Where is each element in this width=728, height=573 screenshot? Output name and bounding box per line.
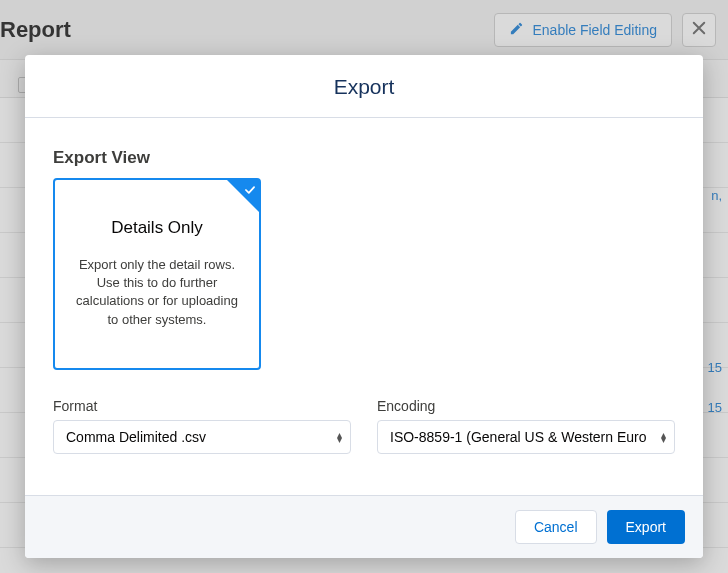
modal-header: Export	[25, 55, 703, 118]
format-field: Format Comma Delimited .csv ▴▾	[53, 398, 351, 454]
selected-corner	[227, 180, 259, 212]
modal-title: Export	[25, 75, 703, 99]
format-value: Comma Delimited .csv	[66, 429, 206, 445]
encoding-value: ISO-8859-1 (General US & Western Euro	[390, 429, 647, 445]
modal-body: Export View Details Only Export only the…	[25, 118, 703, 495]
export-view-label: Export View	[53, 148, 675, 168]
stepper-icon: ▴▾	[661, 432, 666, 442]
encoding-field: Encoding ISO-8859-1 (General US & Wester…	[377, 398, 675, 454]
format-label: Format	[53, 398, 351, 414]
export-button[interactable]: Export	[607, 510, 685, 544]
stepper-icon: ▴▾	[337, 432, 342, 442]
option-title: Details Only	[69, 218, 245, 238]
field-row: Format Comma Delimited .csv ▴▾ Encoding …	[53, 398, 675, 454]
cancel-button[interactable]: Cancel	[515, 510, 597, 544]
option-description: Export only the detail rows. Use this to…	[69, 256, 245, 329]
export-view-option-details-only[interactable]: Details Only Export only the detail rows…	[53, 178, 261, 370]
export-modal: Export Export View Details Only Export o…	[25, 55, 703, 558]
format-select[interactable]: Comma Delimited .csv ▴▾	[53, 420, 351, 454]
encoding-select[interactable]: ISO-8859-1 (General US & Western Euro ▴▾	[377, 420, 675, 454]
modal-footer: Cancel Export	[25, 495, 703, 558]
encoding-label: Encoding	[377, 398, 675, 414]
